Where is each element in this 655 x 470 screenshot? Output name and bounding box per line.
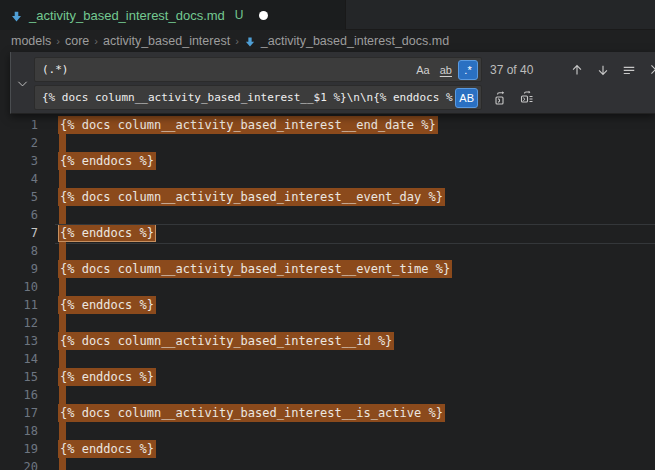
- line-number: 6: [0, 206, 38, 224]
- chevron-right-icon: ›: [56, 35, 60, 47]
- editor-line[interactable]: 6: [0, 206, 655, 224]
- line-number: 7: [0, 224, 38, 242]
- chevron-right-icon: ›: [235, 35, 239, 47]
- close-icon[interactable]: [644, 59, 655, 81]
- find-match: {% enddocs %}: [58, 440, 156, 458]
- line-number: 4: [0, 170, 38, 188]
- unsaved-dot[interactable]: [259, 11, 268, 20]
- match-case-toggle[interactable]: Aa: [412, 60, 433, 80]
- editor-line[interactable]: 1{% docs column__activity_based_interest…: [0, 116, 655, 134]
- arrow-up-icon[interactable]: [566, 59, 588, 81]
- zero-length-match-strip: [59, 350, 66, 368]
- editor-line[interactable]: 14: [0, 350, 655, 368]
- arrow-down-icon[interactable]: [592, 59, 614, 81]
- zero-length-match-strip: [59, 458, 66, 470]
- editor-line[interactable]: 8: [0, 242, 655, 260]
- find-widget: (.*) Aa ab .* 37 of 40 {% docs column__a…: [10, 52, 655, 114]
- preserve-case-toggle[interactable]: AB: [455, 88, 478, 108]
- line-number: 2: [0, 134, 38, 152]
- line-number: 12: [0, 314, 38, 332]
- line-number: 10: [0, 278, 38, 296]
- zero-length-match-strip: [59, 170, 66, 188]
- find-input-value[interactable]: (.*): [42, 63, 410, 76]
- line-number: 1: [0, 116, 38, 134]
- regex-toggle[interactable]: .*: [458, 60, 478, 80]
- zero-length-match-strip: [59, 206, 66, 224]
- line-number: 13: [0, 332, 38, 350]
- editor-line[interactable]: 18: [0, 422, 655, 440]
- breadcrumb-models[interactable]: models: [11, 34, 51, 48]
- find-match: {% docs column__activity_based_interest_…: [58, 260, 452, 278]
- line-number: 9: [0, 260, 38, 278]
- line-number: 8: [0, 242, 38, 260]
- editor[interactable]: 1{% docs column__activity_based_interest…: [0, 52, 655, 470]
- editor-line[interactable]: 15{% enddocs %}: [0, 368, 655, 386]
- editor-line[interactable]: 4: [0, 170, 655, 188]
- chevron-right-icon: ›: [94, 35, 98, 47]
- code-text: {% docs column__activity_based_interest_…: [60, 260, 452, 278]
- line-number: 19: [0, 440, 38, 458]
- line-number: 20: [0, 458, 38, 470]
- selection-icon[interactable]: [618, 59, 640, 81]
- code-text: [60, 134, 66, 152]
- breadcrumb: models › core › activity_based_interest …: [0, 30, 655, 52]
- editor-line[interactable]: 13{% docs column__activity_based_interes…: [0, 332, 655, 350]
- line-number: 5: [0, 188, 38, 206]
- editor-lines: 1{% docs column__activity_based_interest…: [0, 52, 655, 470]
- tab-activity-docs[interactable]: _activity_based_interest_docs.md U: [0, 0, 346, 30]
- editor-line[interactable]: 5{% docs column__activity_based_interest…: [0, 188, 655, 206]
- line-number: 11: [0, 296, 38, 314]
- code-text: {% enddocs %}: [60, 224, 156, 242]
- find-match: {% enddocs %}: [58, 296, 156, 314]
- code-text: [60, 242, 66, 260]
- find-match: {% enddocs %}: [58, 368, 156, 386]
- editor-line[interactable]: 19{% enddocs %}: [0, 440, 655, 458]
- whole-word-label: ab: [440, 64, 452, 76]
- code-text: {% enddocs %}: [60, 152, 156, 170]
- find-match: {% docs column__activity_based_interest_…: [58, 332, 394, 350]
- line-number: 14: [0, 350, 38, 368]
- editor-line[interactable]: 20: [0, 458, 655, 470]
- zero-length-match-strip: [59, 134, 66, 152]
- code-text: [60, 458, 66, 470]
- zero-length-match-strip: [59, 422, 66, 440]
- code-text: [60, 314, 66, 332]
- code-text: {% docs column__activity_based_interest_…: [60, 404, 445, 422]
- line-number: 15: [0, 368, 38, 386]
- editor-line[interactable]: 17{% docs column__activity_based_interes…: [0, 404, 655, 422]
- tab-bar: _activity_based_interest_docs.md U: [0, 0, 655, 30]
- code-text: {% docs column__activity_based_interest_…: [60, 332, 394, 350]
- zero-length-match-strip: [59, 386, 66, 404]
- replace-all-icon[interactable]: [516, 87, 538, 109]
- line-number: 18: [0, 422, 38, 440]
- editor-line[interactable]: 12: [0, 314, 655, 332]
- markdown-icon: [244, 36, 256, 48]
- editor-line[interactable]: 11{% enddocs %}: [0, 296, 655, 314]
- breadcrumb-file[interactable]: _activity_based_interest_docs.md: [261, 34, 449, 48]
- find-input[interactable]: (.*) Aa ab .*: [34, 57, 482, 82]
- replace-input-value[interactable]: {% docs column__activity_based_interest_…: [42, 91, 453, 104]
- chevron-down-icon[interactable]: [15, 76, 29, 90]
- editor-line[interactable]: 16: [0, 386, 655, 404]
- editor-line[interactable]: 10: [0, 278, 655, 296]
- replace-icon[interactable]: [490, 87, 512, 109]
- regex-label: .*: [464, 64, 471, 76]
- zero-length-match-strip: [59, 314, 66, 332]
- git-status-badge: U: [235, 8, 244, 22]
- breadcrumb-activity-based-interest[interactable]: activity_based_interest: [103, 34, 230, 48]
- breadcrumb-core[interactable]: core: [65, 34, 89, 48]
- tab-filename: _activity_based_interest_docs.md: [29, 8, 225, 23]
- match-case-label: Aa: [416, 64, 429, 76]
- zero-length-match-strip: [59, 278, 66, 296]
- replace-input[interactable]: {% docs column__activity_based_interest_…: [34, 85, 482, 110]
- whole-word-toggle[interactable]: ab: [436, 60, 456, 80]
- editor-line[interactable]: 3{% enddocs %}: [0, 152, 655, 170]
- code-text: {% enddocs %}: [60, 440, 156, 458]
- editor-line[interactable]: 7{% enddocs %}: [0, 224, 655, 242]
- editor-line[interactable]: 9{% docs column__activity_based_interest…: [0, 260, 655, 278]
- editor-line[interactable]: 2: [0, 134, 655, 152]
- code-text: [60, 170, 66, 188]
- find-match: {% docs column__activity_based_interest_…: [58, 116, 438, 134]
- line-number: 17: [0, 404, 38, 422]
- markdown-icon: [10, 10, 23, 23]
